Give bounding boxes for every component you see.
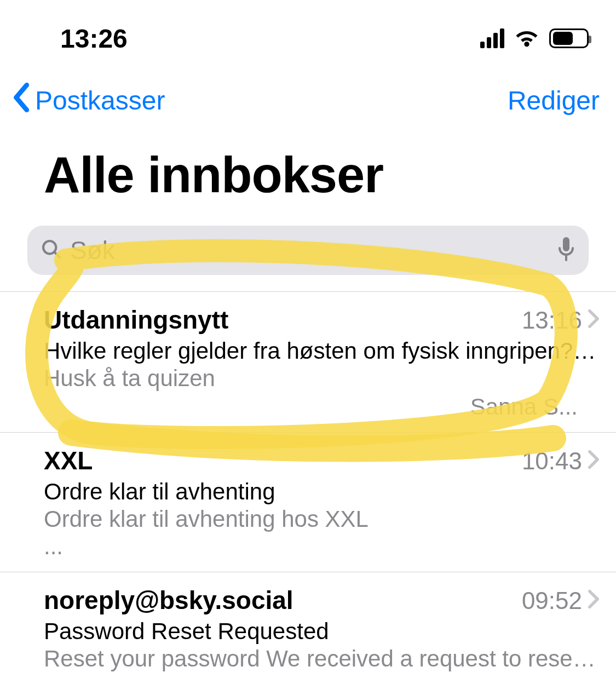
email-preview: Reset your password We received a reques… [44, 646, 600, 672]
status-icons [480, 27, 589, 49]
email-subject: Hvilke regler gjelder fra høsten om fysi… [44, 338, 600, 364]
email-preview: Husk å ta quizen [44, 365, 600, 392]
email-subject: Ordre klar til avhenting [44, 479, 600, 505]
email-row[interactable]: Utdanningsnytt 13:16 Hvilke regler gjeld… [0, 291, 616, 432]
email-subject: Password Reset Requested [44, 618, 600, 645]
search-icon [41, 238, 62, 262]
svg-line-1 [54, 252, 60, 257]
email-time: 09:52 [522, 587, 582, 614]
status-bar: 13:26 [0, 0, 616, 66]
search-input[interactable] [70, 235, 549, 265]
wifi-icon [514, 27, 539, 49]
microphone-icon[interactable] [557, 236, 575, 265]
email-sender: XXL [44, 446, 93, 475]
chevron-right-icon [588, 307, 600, 334]
chevron-right-icon [588, 447, 600, 475]
edit-button[interactable]: Rediger [508, 85, 600, 116]
email-row[interactable]: noreply@bsky.social 09:52 Password Reset… [0, 572, 616, 678]
email-time: 13:16 [522, 307, 582, 334]
email-list: Utdanningsnytt 13:16 Hvilke regler gjeld… [0, 291, 616, 678]
email-sender: Utdanningsnytt [44, 305, 228, 335]
back-button[interactable]: Postkasser [11, 82, 165, 119]
cellular-icon [480, 28, 504, 48]
email-row[interactable]: XXL 10:43 Ordre klar til avhenting Ordre… [0, 432, 616, 572]
status-time: 13:26 [60, 24, 128, 54]
email-time: 10:43 [522, 447, 582, 475]
email-sender: noreply@bsky.social [44, 585, 293, 615]
search-field[interactable] [27, 226, 589, 275]
battery-icon [549, 28, 589, 48]
nav-bar: Postkasser Rediger [0, 66, 616, 124]
back-label: Postkasser [35, 85, 165, 116]
chevron-right-icon [588, 587, 600, 614]
chevron-left-icon [11, 82, 33, 119]
email-preview: Ordre klar til avhenting hos XXL [44, 506, 600, 532]
page-title: Alle innbokser [0, 124, 616, 215]
email-preview-2: ... [44, 533, 600, 560]
svg-rect-2 [563, 237, 569, 251]
email-tag: Sanna S... [44, 394, 600, 420]
